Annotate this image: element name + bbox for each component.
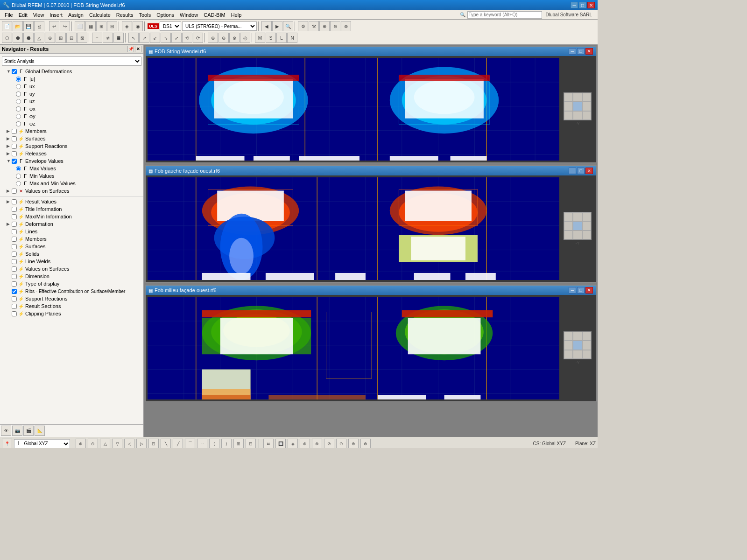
- tb-open[interactable]: 📂: [13, 21, 23, 31]
- cube-cell[interactable]: [582, 212, 591, 221]
- nav-uy[interactable]: Γ uy: [0, 90, 143, 98]
- btb-13[interactable]: ⟩: [221, 439, 232, 448]
- btb-4[interactable]: ▽: [112, 439, 122, 448]
- nav-envelope-values[interactable]: ▼ Γ Envelope Values: [0, 157, 143, 165]
- menu-help[interactable]: Help: [228, 11, 245, 19]
- nav-phix[interactable]: Γ φx: [0, 105, 143, 112]
- cube-cell[interactable]: [582, 332, 591, 341]
- status-icon-btn[interactable]: 📍: [2, 439, 12, 448]
- menu-cadbim[interactable]: CAD-BIM: [201, 11, 228, 19]
- btb-18[interactable]: ◈: [288, 439, 298, 448]
- tb2-17[interactable]: ⟲: [182, 33, 192, 43]
- nav-values-on-surfaces-b[interactable]: ⚡ Values on Surfaces: [0, 265, 143, 273]
- u-abs-radio[interactable]: [16, 77, 21, 82]
- menu-file[interactable]: File: [2, 11, 16, 19]
- tb2-22[interactable]: ◎: [240, 33, 250, 43]
- btb-3[interactable]: △: [100, 439, 110, 448]
- tb-tools5[interactable]: ⊗: [341, 21, 351, 31]
- nav-result-sections[interactable]: ⚡ Result Sections: [0, 302, 143, 310]
- rv-checkbox[interactable]: [12, 199, 17, 204]
- cube-cell[interactable]: [564, 341, 573, 350]
- win3-viewport[interactable]: [148, 297, 559, 399]
- cube-cell[interactable]: [582, 221, 591, 230]
- nav-solids[interactable]: ⚡ Solids: [0, 250, 143, 258]
- nav-close-btn[interactable]: ✕: [135, 46, 141, 52]
- cube-cell-center[interactable]: [573, 102, 582, 111]
- coord-system-combo[interactable]: 1 - Global XYZ: [14, 439, 70, 448]
- tb2-16[interactable]: ⤢: [171, 33, 182, 43]
- tb-nav1[interactable]: ◀: [261, 21, 272, 31]
- tb2-19[interactable]: ⊕: [208, 33, 218, 43]
- nav-dimension[interactable]: ⚡ Dimension: [0, 273, 143, 280]
- nav-surfaces[interactable]: ▶ ⚡ Surfaces: [0, 135, 143, 142]
- global-def-checkbox[interactable]: [12, 69, 17, 74]
- tb-tools1[interactable]: ⚙: [298, 21, 308, 31]
- tb-tools2[interactable]: ⚒: [309, 21, 319, 31]
- btb-1[interactable]: ⊕: [76, 439, 86, 448]
- solids-checkbox[interactable]: [12, 252, 17, 257]
- nav-u-abs[interactable]: Γ |u|: [0, 75, 143, 83]
- phix-radio[interactable]: [16, 106, 21, 112]
- cube-cell[interactable]: [582, 111, 591, 120]
- tb2-2[interactable]: ⬢: [13, 33, 23, 43]
- nav-surfaces-b[interactable]: ⚡ Surfaces: [0, 243, 143, 250]
- tb-undo[interactable]: ↩: [49, 21, 59, 31]
- btb-17[interactable]: 🔲: [275, 439, 286, 448]
- btb-11[interactable]: ⌣: [197, 439, 207, 448]
- menu-calculate[interactable]: Calculate: [86, 11, 113, 19]
- nav-line-welds[interactable]: ⚡ Line Welds: [0, 258, 143, 265]
- nav-ribs[interactable]: ⚡ Ribs - Effective Contribution on Surfa…: [0, 287, 143, 295]
- btb-19[interactable]: ⊕: [300, 439, 310, 448]
- win3-min[interactable]: ─: [569, 287, 576, 294]
- nav-max-min-values[interactable]: Γ Max and Min Values: [0, 180, 143, 187]
- tb2-14[interactable]: ↙: [150, 33, 160, 43]
- btb-2[interactable]: ⊖: [88, 439, 98, 448]
- cube-cell[interactable]: [582, 102, 591, 111]
- max-values-radio[interactable]: [16, 166, 21, 171]
- cube-cell[interactable]: [564, 221, 573, 230]
- nav-support-reactions[interactable]: ▶ ⚡ Support Reactions: [0, 142, 143, 150]
- btb-23[interactable]: ⊚: [348, 439, 359, 448]
- tod-checkbox[interactable]: [12, 281, 17, 287]
- tb2-15[interactable]: ↘: [161, 33, 171, 43]
- cube-cell[interactable]: [573, 111, 582, 120]
- menu-tools[interactable]: Tools: [136, 11, 154, 19]
- win1-close[interactable]: ✕: [585, 48, 593, 55]
- ds-combo[interactable]: DS1: [160, 21, 181, 31]
- lw-checkbox[interactable]: [12, 259, 17, 264]
- nav-cube-2[interactable]: [564, 212, 592, 240]
- members-b-checkbox[interactable]: [12, 237, 17, 242]
- phiy-radio[interactable]: [16, 114, 21, 119]
- win1-viewport[interactable]: [148, 58, 559, 161]
- tb-print[interactable]: 🖨: [34, 21, 44, 31]
- nav-pin-btn[interactable]: 📌: [127, 46, 134, 52]
- close-btn[interactable]: ✕: [587, 2, 595, 8]
- nav-title-info[interactable]: ⚡ Title Information: [0, 205, 143, 213]
- btb-14[interactable]: ⊞: [233, 439, 244, 448]
- cube-cell[interactable]: [564, 231, 573, 239]
- cube-cell[interactable]: [564, 93, 573, 102]
- menu-view[interactable]: View: [30, 11, 47, 19]
- cube-cell[interactable]: [573, 350, 582, 359]
- min-values-radio[interactable]: [16, 174, 21, 179]
- nav-maxmin-info[interactable]: ⚡ Max/Min Information: [0, 213, 143, 220]
- tb-view1[interactable]: ⬜: [75, 21, 85, 31]
- cube-cell[interactable]: [573, 332, 582, 341]
- menu-assign[interactable]: Assign: [65, 11, 86, 19]
- btb-9[interactable]: ╱: [173, 439, 183, 448]
- btb-15[interactable]: ⊟: [246, 439, 256, 448]
- btb-22[interactable]: ⊙: [336, 439, 346, 448]
- menu-insert[interactable]: Insert: [47, 11, 65, 19]
- btb-8[interactable]: ╲: [161, 439, 171, 448]
- win3-max[interactable]: □: [577, 287, 585, 294]
- nav-cube-1[interactable]: [564, 92, 592, 120]
- btb-20[interactable]: ⊗: [312, 439, 322, 448]
- cube-cell[interactable]: [573, 231, 582, 239]
- cube-cell[interactable]: [564, 111, 573, 120]
- surfaces-b-checkbox[interactable]: [12, 244, 17, 249]
- cube-cell[interactable]: [573, 93, 582, 102]
- nav-deformation[interactable]: ▶ ⚡ Deformation: [0, 220, 143, 228]
- btb-5[interactable]: ◁: [124, 439, 134, 448]
- menu-window[interactable]: Window: [177, 11, 201, 19]
- nav-video-btn[interactable]: 🎬: [23, 426, 34, 436]
